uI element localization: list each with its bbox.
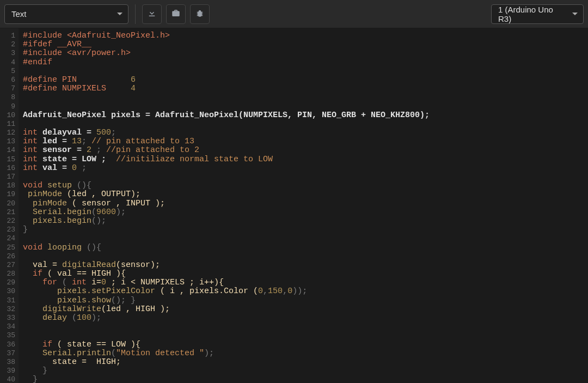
code-line[interactable]: #include <avr/power.h> — [23, 49, 430, 58]
code-line[interactable]: val = digitalRead(sensor); — [23, 261, 430, 270]
download-button[interactable] — [142, 4, 162, 24]
code-line[interactable] — [23, 102, 430, 111]
code-line[interactable]: int val = 0 ; — [23, 164, 430, 173]
toolbar: Text 1 (Arduino Uno R3) — [0, 0, 588, 28]
code-line[interactable]: } — [23, 367, 430, 375]
code-line[interactable]: pixels.begin(); — [23, 217, 430, 226]
code-line[interactable]: digitalWrite(led , HIGH ); — [23, 305, 430, 314]
code-line[interactable]: Serial.begin(9600); — [23, 208, 430, 217]
code-line[interactable]: int sensor = 2 ; //pin attached to 2 — [23, 146, 430, 155]
chevron-down-icon — [572, 13, 578, 15]
code-line[interactable]: pinMode (led , OUTPUT); — [23, 190, 430, 199]
code-line[interactable] — [23, 67, 430, 76]
code-line[interactable]: Serial.println("Motion detected "); — [23, 349, 430, 358]
code-line[interactable] — [23, 173, 430, 181]
code-line[interactable]: pinMode ( sensor , INPUT ); — [23, 199, 430, 208]
mode-dropdown-label: Text — [11, 9, 27, 19]
code-line[interactable]: if ( state == LOW ){ — [23, 341, 430, 349]
code-content[interactable]: #include <Adafruit_NeoPixel.h>#ifdef __A… — [19, 28, 430, 383]
code-line[interactable]: pixels.show(); } — [23, 296, 430, 305]
code-line[interactable] — [23, 252, 430, 261]
code-line[interactable]: if ( val == HIGH ){ — [23, 270, 430, 278]
code-line[interactable]: state = HIGH; — [23, 358, 430, 367]
code-editor[interactable]: 1234567891011121314151617181920212223242… — [0, 28, 588, 383]
code-line[interactable]: #ifdef __AVR__ — [23, 40, 430, 49]
library-button[interactable] — [166, 4, 186, 24]
download-icon — [147, 8, 157, 20]
debug-button[interactable] — [190, 4, 210, 24]
code-line[interactable]: int led = 13; // pin attached to 13 — [23, 137, 430, 146]
mode-dropdown[interactable]: Text — [4, 4, 128, 24]
board-dropdown[interactable]: 1 (Arduino Uno R3) — [491, 4, 584, 24]
code-line[interactable]: int state = LOW ; //initiliaze normal st… — [23, 155, 430, 164]
code-line[interactable]: #define PIN 6 — [23, 76, 430, 84]
code-line[interactable]: Adafruit_NeoPixel pixels = Adafruit_NeoP… — [23, 111, 430, 120]
code-line[interactable] — [23, 120, 430, 129]
code-line[interactable] — [23, 323, 430, 331]
chevron-down-icon — [117, 13, 122, 15]
code-line[interactable] — [23, 234, 430, 243]
code-line[interactable]: int delayval = 500; — [23, 129, 430, 137]
code-line[interactable]: pixels.setPixelColor ( i , pixels.Color … — [23, 287, 430, 296]
code-line[interactable]: #endif — [23, 58, 430, 67]
code-line[interactable]: #define NUMPIXELS 4 — [23, 84, 430, 93]
bug-icon — [195, 8, 205, 20]
code-line[interactable]: } — [23, 226, 430, 234]
code-line[interactable] — [23, 93, 430, 102]
board-dropdown-label: 1 (Arduino Uno R3) — [498, 5, 568, 23]
briefcase-icon — [171, 8, 181, 20]
code-line[interactable]: void looping (){ — [23, 244, 430, 252]
code-line[interactable]: delay (100); — [23, 314, 430, 323]
code-line[interactable]: void setup (){ — [23, 181, 430, 190]
separator — [135, 4, 136, 24]
code-line[interactable] — [23, 331, 430, 340]
code-line[interactable]: for ( int i=0 ; i < NUMPIXELS ; i++){ — [23, 278, 430, 287]
code-line[interactable]: #include <Adafruit_NeoPixel.h> — [23, 32, 430, 40]
code-line[interactable]: } — [23, 375, 430, 383]
line-number-gutter: 1234567891011121314151617181920212223242… — [0, 28, 19, 383]
